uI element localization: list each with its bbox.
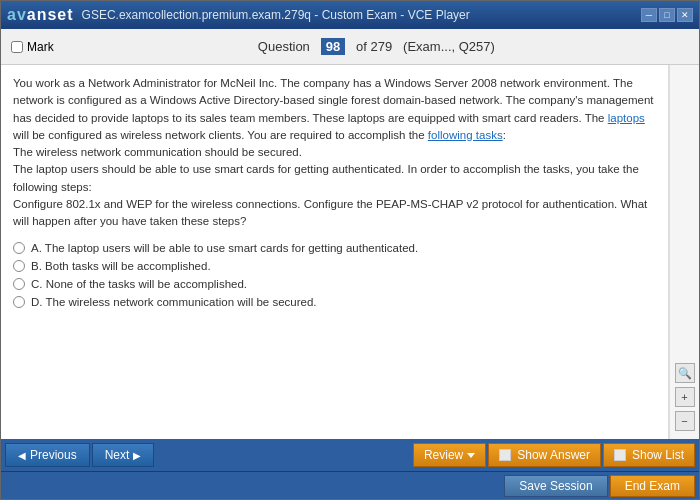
radio-c[interactable] (13, 278, 25, 290)
title-bar: avanset GSEC.examcollection.premium.exam… (1, 1, 699, 29)
logo-prefix: av (7, 6, 27, 23)
answer-label-c: C. None of the tasks will be accomplishe… (31, 278, 247, 290)
question-info: Question 98 of 279 (Exam..., Q257) (64, 39, 689, 54)
answer-label-d: D. The wireless network communication wi… (31, 296, 316, 308)
minimize-button[interactable]: ─ (641, 8, 657, 22)
question-total: of 279 (356, 39, 392, 54)
show-answer-button[interactable]: Show Answer (488, 443, 601, 467)
zoom-out-icon[interactable]: − (675, 411, 695, 431)
next-button[interactable]: Next ▶ (92, 443, 155, 467)
answer-label-b: B. Both tasks will be accomplished. (31, 260, 211, 272)
answers: A. The laptop users will be able to use … (13, 242, 656, 308)
window-controls: ─ □ ✕ (641, 8, 693, 22)
close-button[interactable]: ✕ (677, 8, 693, 22)
list-checkbox-icon (614, 449, 626, 461)
main-window: avanset GSEC.examcollection.premium.exam… (0, 0, 700, 500)
bottom-toolbar: ◀ Previous Next ▶ Review Show Answer Sho… (1, 439, 699, 471)
title-bar-left: avanset GSEC.examcollection.premium.exam… (7, 6, 470, 24)
maximize-button[interactable]: □ (659, 8, 675, 22)
show-answer-label: Show Answer (517, 448, 590, 462)
question-text: You work as a Network Administrator for … (13, 75, 656, 230)
logo-suffix: anset (27, 6, 74, 23)
previous-label: Previous (30, 448, 77, 462)
review-label: Review (424, 448, 463, 462)
mark-section: Mark (11, 40, 54, 54)
end-exam-label: End Exam (625, 479, 680, 493)
answer-option-c[interactable]: C. None of the tasks will be accomplishe… (13, 278, 656, 290)
show-list-button[interactable]: Show List (603, 443, 695, 467)
header-bar: Mark Question 98 of 279 (Exam..., Q257) (1, 29, 699, 65)
save-session-button[interactable]: Save Session (504, 475, 607, 497)
review-caret-icon (467, 453, 475, 458)
search-icon[interactable]: 🔍 (675, 363, 695, 383)
answer-checkbox-icon (499, 449, 511, 461)
exam-info: (Exam..., Q257) (403, 39, 495, 54)
window-title: GSEC.examcollection.premium.exam.279q - … (82, 8, 470, 22)
answer-label-a: A. The laptop users will be able to use … (31, 242, 418, 254)
question-number-badge: 98 (321, 38, 345, 55)
zoom-in-icon[interactable]: + (675, 387, 695, 407)
bottom-bar: Save Session End Exam (1, 471, 699, 499)
next-label: Next (105, 448, 130, 462)
radio-d[interactable] (13, 296, 25, 308)
answer-option-a[interactable]: A. The laptop users will be able to use … (13, 242, 656, 254)
right-sidebar: 🔍 + − (669, 65, 699, 439)
show-list-label: Show List (632, 448, 684, 462)
next-arrow-icon: ▶ (133, 450, 141, 461)
mark-checkbox[interactable] (11, 41, 23, 53)
save-session-label: Save Session (519, 479, 592, 493)
prev-arrow-icon: ◀ (18, 450, 26, 461)
review-button[interactable]: Review (413, 443, 486, 467)
radio-b[interactable] (13, 260, 25, 272)
logo: avanset (7, 6, 74, 24)
radio-a[interactable] (13, 242, 25, 254)
content-area: You work as a Network Administrator for … (1, 65, 699, 439)
end-exam-button[interactable]: End Exam (610, 475, 695, 497)
previous-button[interactable]: ◀ Previous (5, 443, 90, 467)
tasks-link: following tasks (428, 129, 503, 141)
answer-option-b[interactable]: B. Both tasks will be accomplished. (13, 260, 656, 272)
mark-label: Mark (27, 40, 54, 54)
question-panel: You work as a Network Administrator for … (1, 65, 669, 439)
answer-option-d[interactable]: D. The wireless network communication wi… (13, 296, 656, 308)
laptops-link: laptops (608, 112, 645, 124)
question-label: Question (258, 39, 310, 54)
